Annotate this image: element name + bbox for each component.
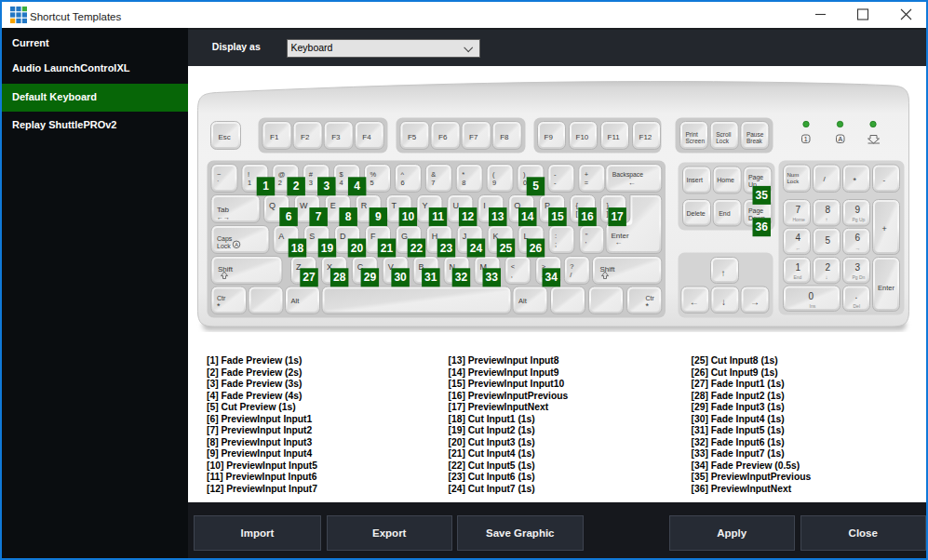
svg-text:*: * [217, 301, 221, 311]
svg-text:5: 5 [370, 178, 373, 186]
svg-text:Del: Del [853, 302, 860, 308]
svg-text:Alt: Alt [518, 297, 528, 305]
svg-text:5: 5 [532, 180, 539, 193]
svg-text:Scroll: Scroll [716, 130, 732, 137]
svg-text:A: A [235, 241, 238, 247]
svg-text:29: 29 [363, 271, 376, 284]
svg-text:25: 25 [499, 241, 512, 254]
svg-text:Caps: Caps [217, 234, 233, 242]
svg-text:F3: F3 [331, 132, 341, 140]
svg-text:→: → [750, 297, 760, 307]
svg-text:2: 2 [825, 261, 830, 272]
svg-text:&: & [431, 169, 436, 178]
svg-text:3: 3 [308, 178, 312, 186]
svg-text:6: 6 [854, 233, 860, 243]
svg-text:←→: ←→ [217, 213, 230, 220]
svg-text:2: 2 [292, 180, 299, 193]
svg-text:7: 7 [795, 204, 800, 214]
svg-text:Ins: Ins [809, 302, 815, 308]
svg-text:@: @ [277, 169, 285, 178]
svg-text:F8: F8 [500, 132, 509, 140]
svg-text:F4: F4 [362, 132, 371, 140]
svg-text:Pause: Pause [746, 130, 763, 137]
svg-text:!: ! [247, 169, 249, 178]
svg-text:Ctr: Ctr [645, 295, 654, 301]
svg-text:F1: F1 [270, 132, 279, 140]
svg-text:8: 8 [825, 204, 830, 214]
svg-text:.: . [854, 290, 857, 300]
svg-text:7: 7 [315, 210, 321, 223]
svg-text:W: W [299, 200, 307, 209]
svg-text:←: ← [614, 237, 622, 246]
svg-text:17: 17 [611, 210, 624, 223]
svg-text:Print: Print [685, 130, 698, 137]
svg-text:=: = [584, 178, 588, 186]
svg-text:;: ; [554, 239, 556, 247]
svg-text:4: 4 [795, 233, 800, 243]
svg-text:↑: ↑ [825, 217, 827, 222]
svg-text:Q: Q [269, 200, 276, 209]
svg-text:←: ← [689, 297, 698, 307]
svg-text:24: 24 [469, 241, 482, 254]
svg-text:F10: F10 [575, 132, 588, 140]
svg-text:U: U [452, 200, 459, 209]
svg-text:1: 1 [247, 178, 250, 186]
svg-text:9: 9 [374, 210, 381, 223]
svg-text:1: 1 [803, 136, 807, 142]
svg-text:A: A [838, 136, 842, 142]
svg-text:Screen: Screen [685, 137, 705, 143]
svg-text:6: 6 [400, 178, 404, 186]
svg-text:]: ] [606, 208, 608, 217]
svg-text:E: E [330, 200, 335, 209]
svg-text:Break: Break [746, 137, 762, 143]
svg-text:`: ` [217, 178, 220, 186]
svg-text:D: D [340, 231, 346, 240]
svg-text:A: A [278, 231, 284, 240]
svg-text:30: 30 [394, 271, 407, 284]
svg-text:↓: ↓ [720, 297, 725, 307]
svg-text:F7: F7 [469, 132, 478, 140]
svg-text:<: < [510, 261, 515, 270]
svg-text:13: 13 [491, 210, 504, 223]
svg-text:+: + [584, 169, 588, 178]
svg-text:12: 12 [461, 210, 474, 223]
svg-text:22: 22 [410, 241, 423, 254]
svg-text:20: 20 [350, 241, 363, 254]
svg-text:21: 21 [380, 241, 393, 254]
svg-text:31: 31 [424, 271, 437, 284]
svg-text:1: 1 [262, 180, 269, 193]
svg-text:1: 1 [795, 261, 800, 272]
svg-text:F12: F12 [639, 132, 652, 140]
svg-text:14: 14 [521, 210, 534, 223]
svg-text:2: 2 [277, 178, 281, 186]
svg-text:Enter: Enter [878, 283, 894, 291]
svg-text:23: 23 [439, 241, 452, 254]
svg-text:10: 10 [401, 210, 414, 223]
svg-text:^: ^ [400, 169, 404, 178]
svg-text:15: 15 [551, 210, 564, 223]
svg-text:F9: F9 [544, 132, 553, 140]
svg-text:Tab: Tab [217, 205, 229, 213]
svg-text:4: 4 [354, 180, 360, 193]
svg-text:0: 0 [523, 178, 527, 186]
svg-text:8: 8 [462, 178, 465, 186]
svg-text:I: I [483, 200, 486, 209]
svg-text:Home: Home [717, 177, 734, 183]
svg-text:19: 19 [320, 241, 333, 254]
svg-text:Lock: Lock [787, 179, 800, 184]
svg-text:3: 3 [854, 261, 860, 272]
svg-text:G: G [400, 231, 407, 240]
svg-text:": " [585, 231, 587, 239]
svg-text:33: 33 [485, 271, 498, 284]
svg-text:T: T [391, 200, 397, 209]
svg-text:Pg Up: Pg Up [852, 217, 865, 222]
svg-text:Shift: Shift [599, 264, 615, 273]
svg-text:28: 28 [333, 271, 346, 284]
svg-text:27: 27 [303, 271, 316, 284]
svg-text:↑: ↑ [720, 267, 725, 277]
svg-text:0: 0 [808, 291, 814, 301]
svg-text:Pg Dn: Pg Dn [852, 274, 865, 280]
svg-text:H: H [431, 231, 437, 240]
svg-text:↓: ↓ [825, 274, 827, 280]
svg-text:34: 34 [545, 271, 558, 284]
